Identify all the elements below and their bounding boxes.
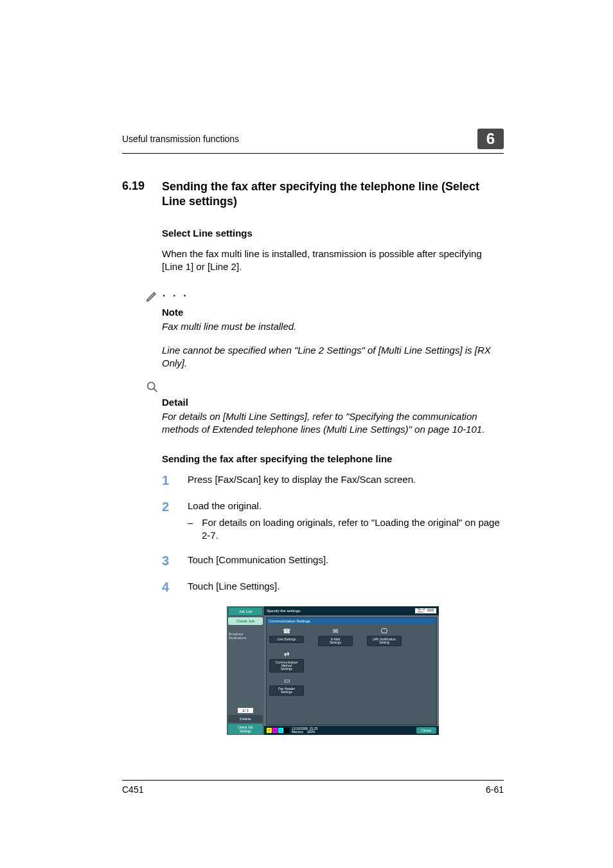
subheading-sending: Sending the fax after specifying the tel… [162, 453, 504, 464]
step-text: Load the original. For details on loadin… [188, 500, 504, 543]
note-text-2: Line cannot be specified when "Line 2 Se… [162, 344, 504, 370]
status-datetime: 11/10/2006 21:25 Memory 100% [292, 727, 317, 734]
monitor-icon: 🖵 [379, 627, 389, 635]
page-number: 6-61 [486, 784, 504, 795]
panel-left-sidebar: Job List Check Job Broadcast Destination… [227, 606, 264, 735]
broadcast-destinations-label[interactable]: Broadcast Destinations [227, 631, 264, 642]
magnifier-icon [145, 380, 159, 394]
close-button[interactable]: Close [416, 727, 436, 734]
step-text: Press [Fax/Scan] key to display the Fax/… [188, 473, 504, 488]
toner-indicator: YMCK [267, 728, 289, 733]
page-footer: C451 6-61 [122, 780, 504, 795]
panel-instruction: Specify the settings. [267, 609, 301, 613]
step-2: 2 Load the original. For details on load… [162, 500, 504, 543]
delete-button[interactable]: Delete [228, 715, 263, 723]
ellipsis-icon: . . . [162, 284, 188, 300]
intro-paragraph: When the fax multi line is installed, tr… [162, 248, 504, 274]
url-notification-tile[interactable]: 🖵 URL Notification Setting [367, 627, 402, 646]
section-heading: 6.19 Sending the fax after specifying th… [122, 179, 504, 210]
step-2-subitem: For details on loading originals, refer … [188, 516, 504, 543]
email-settings-tile[interactable]: ✉ E-Mail Settings [318, 627, 353, 646]
step-3: 3 Touch [Communication Settings]. [162, 554, 504, 568]
panel-title: Communication Settings [267, 618, 436, 624]
job-list-tab[interactable]: Job List [228, 607, 263, 616]
check-job-button[interactable]: Check Job [228, 617, 263, 625]
dest-counter: No. of Dest. 000 [415, 608, 436, 613]
document-icon: ▭ [281, 676, 292, 684]
section-title: Sending the fax after specifying the tel… [162, 179, 504, 210]
note-text-1: Fax multi line must be installed. [162, 320, 504, 333]
step-text: Touch [Line Settings]. [188, 580, 504, 595]
line-settings-tile[interactable]: ☎ Line Settings [269, 627, 304, 646]
email-icon: ✉ [330, 627, 341, 635]
device-screenshot: Job List Check Job Broadcast Destination… [227, 606, 439, 735]
comm-method-tile[interactable]: ⇄ Communication Method Settings [269, 650, 304, 673]
page-counter: 1/ 1 [238, 708, 253, 713]
note-label: Note [162, 307, 504, 318]
step-text: Touch [Communication Settings]. [188, 554, 504, 568]
detail-text: For details on [Multi Line Settings], re… [162, 410, 504, 437]
subheading-select-line: Select Line settings [162, 228, 504, 239]
check-job-settings-button[interactable]: Check Job Settings [228, 724, 263, 734]
step-4: 4 Touch [Line Settings]. [162, 580, 504, 595]
running-header-text: Useful transmission functions [122, 134, 239, 144]
running-header: Useful transmission functions 6 [122, 129, 504, 154]
step-number: 4 [162, 580, 171, 595]
model-code: C451 [122, 784, 143, 795]
svg-point-0 [148, 383, 155, 390]
detail-label: Detail [162, 397, 504, 408]
note-icon-row: . . . [145, 287, 504, 304]
detail-icon-row [145, 380, 504, 394]
step-1: 1 Press [Fax/Scan] key to display the Fa… [162, 473, 504, 488]
pencil-icon [145, 289, 159, 303]
step-number: 3 [162, 554, 171, 568]
chapter-number-badge: 6 [477, 129, 504, 149]
step-number: 2 [162, 500, 171, 543]
network-icon: ⇄ [281, 650, 292, 658]
phone-icon: ☎ [281, 627, 292, 635]
fax-header-tile[interactable]: ▭ Fax Header Settings [269, 676, 304, 696]
step-number: 1 [162, 473, 171, 488]
section-number: 6.19 [122, 179, 150, 210]
panel-top-bar: Specify the settings. No. of Dest. 000 [264, 606, 439, 615]
panel-footer: YMCK 11/10/2006 21:25 Memory 100% Close [264, 726, 439, 735]
